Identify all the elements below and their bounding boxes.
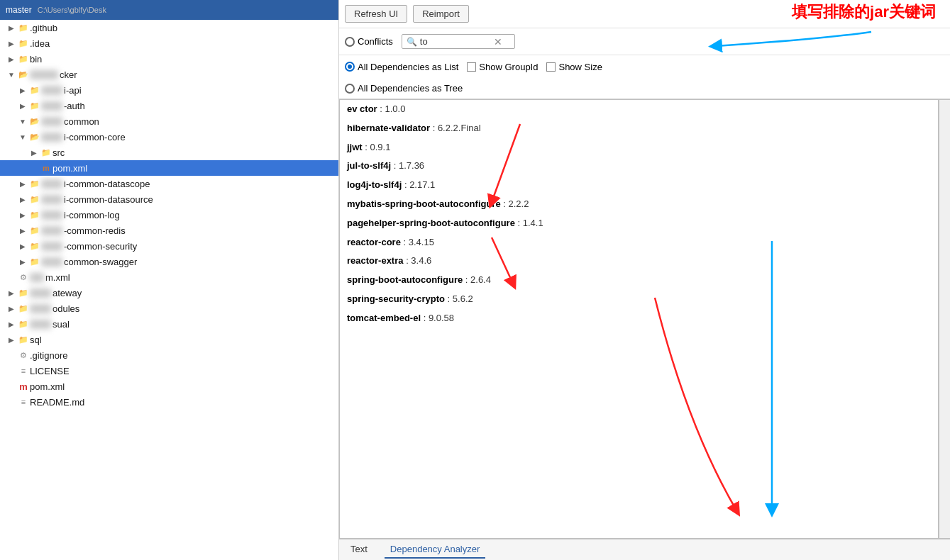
dep-name: reactor-extra	[347, 255, 404, 266]
tree-item-i-common-datascope[interactable]: ▶ 📁 i-common-datascope	[0, 176, 338, 191]
tree-item-auth[interactable]: ▶ 📁 -auth	[0, 98, 338, 113]
tree-item-common-security[interactable]: ▶ 📁 -common-security	[0, 238, 338, 254]
tree-item-label: i-api	[64, 85, 82, 96]
tree-item-i-api[interactable]: ▶ 📁 i-api	[0, 82, 338, 98]
chevron-down-icon: ▼	[17, 133, 28, 141]
tree-item-common-redis[interactable]: ▶ 📁 -common-redis	[0, 223, 338, 238]
show-group-id-label: Show GroupId	[479, 62, 538, 72]
tree-item-i-common-log[interactable]: ▶ 📁 i-common-log	[0, 207, 338, 223]
tree-item-modules[interactable]: ▶ 📁 odules	[0, 301, 338, 316]
xml-file-icon: m	[40, 162, 53, 174]
refresh-ui-button[interactable]: Refresh UI	[345, 5, 407, 23]
git-icon: ⚙	[17, 349, 30, 361]
tree-item-label: pom.xml	[30, 381, 65, 392]
tree-item-github[interactable]: ▶ 📁 .github	[0, 20, 338, 35]
tree-item-gateway[interactable]: ▶ 📁 ateway	[0, 285, 338, 301]
tree-item-sql[interactable]: ▶ 📁 sql	[0, 332, 338, 347]
tree-item-label: sual	[53, 319, 70, 330]
dependency-list[interactable]: ev ctor : 1.0.0 hibernate-validator : 6.…	[339, 99, 939, 539]
chevron-right-icon: ▶	[6, 55, 17, 63]
tree-item-m-xml[interactable]: ⚙ m.xml	[0, 269, 338, 285]
chevron-right-icon: ▶	[6, 40, 17, 47]
dep-version: : 1.0.0	[380, 103, 405, 114]
tree-item-cker[interactable]: ▼ 📂 cker	[0, 67, 338, 82]
dep-name: jjwt	[347, 142, 363, 152]
tree-item-label: i-common-datasource	[64, 194, 153, 205]
chevron-right-icon: ▶	[17, 242, 28, 250]
folder-icon: 📁	[17, 318, 30, 330]
dep-version: : 2.6.4	[465, 274, 491, 285]
tab-dependency-analyzer-label: Dependency Analyzer	[390, 544, 480, 554]
all-deps-list-label: All Dependencies as List	[358, 62, 458, 72]
tab-text[interactable]: Text	[345, 541, 373, 559]
branch-name: master	[6, 5, 32, 15]
tree-item-src[interactable]: ▶ 📁 src	[0, 145, 338, 160]
folder-icon: 📁	[28, 84, 41, 96]
tree-item-common-swagger[interactable]: ▶ 📁 common-swagger	[0, 254, 338, 269]
folder-icon: 📁	[17, 38, 30, 49]
show-group-id-checkbox[interactable]: Show GroupId	[467, 62, 538, 72]
chevron-right-icon: ▶	[17, 102, 28, 110]
dep-item-tomcat-embed-el: tomcat-embed-el : 9.0.58	[340, 309, 938, 328]
dep-name: tomcat-embed-el	[347, 313, 421, 323]
tree-item-label: odules	[53, 303, 79, 314]
conflicts-radio[interactable]: Conflicts	[345, 36, 393, 47]
chevron-right-icon: ▶	[17, 211, 28, 219]
clear-search-button[interactable]: ✕	[494, 37, 502, 47]
tree-item-label: ateway	[53, 288, 82, 298]
dep-name: jul-to-slf4j	[347, 160, 391, 171]
dep-name: spring-boot-autoconfigure	[347, 274, 463, 285]
dep-item-reactor-extra: reactor-extra : 3.4.6	[340, 252, 938, 271]
file-tree-panel: master C:\Users\gblfy\Desk ▶ 📁 .github ▶…	[0, 0, 339, 560]
radio-circle-all-deps-tree	[345, 84, 355, 94]
tree-item-i-common-datasource[interactable]: ▶ 📁 i-common-datasource	[0, 191, 338, 207]
folder-icon: 📁	[28, 225, 41, 236]
dep-item-hibernate-validator: hibernate-validator : 6.2.2.Final	[340, 119, 938, 138]
tree-item-readme[interactable]: ≡ README.md	[0, 394, 338, 410]
scrollbar-extra	[939, 99, 950, 539]
tree-item-label: cker	[60, 69, 77, 80]
tree-item-label: common-swagger	[64, 257, 137, 267]
dep-version: : 6.2.2.Final	[433, 123, 481, 133]
dep-item-log4j-to-slf4j: log4j-to-slf4j : 2.17.1	[340, 176, 938, 195]
show-size-checkbox[interactable]: Show Size	[546, 62, 602, 72]
tree-item-pom-xml-root[interactable]: m pom.xml	[0, 379, 338, 394]
all-deps-tree-radio[interactable]: All Dependencies as Tree	[345, 83, 463, 94]
all-deps-list-radio[interactable]: All Dependencies as List	[345, 62, 458, 72]
tab-dependency-analyzer[interactable]: Dependency Analyzer	[385, 541, 485, 559]
tree-item-common[interactable]: ▼ 📂 common	[0, 113, 338, 129]
chevron-right-icon: ▶	[17, 258, 28, 266]
tree-item-label: -common-redis	[64, 225, 126, 236]
folder-open-icon: 📂	[17, 69, 30, 80]
dep-item-spring-security-crypto: spring-security-crypto : 5.6.2	[340, 290, 938, 309]
tree-item-idea[interactable]: ▶ 📁 .idea	[0, 35, 338, 51]
chevron-down-icon: ▼	[17, 118, 28, 125]
chevron-right-icon: ▶	[6, 305, 17, 313]
tree-item-label: .idea	[30, 38, 50, 49]
chevron-right-icon: ▶	[6, 24, 17, 32]
dep-version: : 3.4.15	[404, 237, 434, 247]
checkbox-show-group-id	[467, 62, 476, 72]
radio-circle-conflicts	[345, 37, 355, 47]
dep-item-mybatis: mybatis-spring-boot-autoconfigure : 2.2.…	[340, 195, 938, 214]
tree-item-pom-xml[interactable]: m pom.xml	[0, 160, 338, 176]
tree-item-label: common	[64, 116, 99, 127]
tree-item-bin[interactable]: ▶ 📁 bin	[0, 51, 338, 67]
search-input[interactable]	[420, 36, 491, 47]
dep-item-jul-to-slf4j: jul-to-slf4j : 1.7.36	[340, 157, 938, 176]
chevron-right-icon: ▶	[17, 86, 28, 94]
tree-item-visual[interactable]: ▶ 📁 sual	[0, 316, 338, 332]
folder-icon: 📁	[17, 334, 30, 345]
chevron-right-icon: ▶	[28, 149, 40, 157]
tree-item-label: bin	[30, 54, 42, 65]
folder-icon: 📁	[28, 240, 41, 252]
tree-item-label: .github	[30, 23, 57, 33]
reimport-button[interactable]: Reimport	[413, 5, 469, 23]
tree-item-gitignore[interactable]: ⚙ .gitignore	[0, 347, 338, 363]
tree-item-i-common-core[interactable]: ▼ 📂 i-common-core	[0, 129, 338, 145]
tree-item-label: sql	[30, 335, 42, 345]
tree-header: master C:\Users\gblfy\Desk	[0, 0, 338, 20]
dep-version: : 0.9.1	[365, 142, 390, 152]
chevron-right-icon: ▶	[6, 289, 17, 297]
tree-item-license[interactable]: ≡ LICENSE	[0, 363, 338, 379]
